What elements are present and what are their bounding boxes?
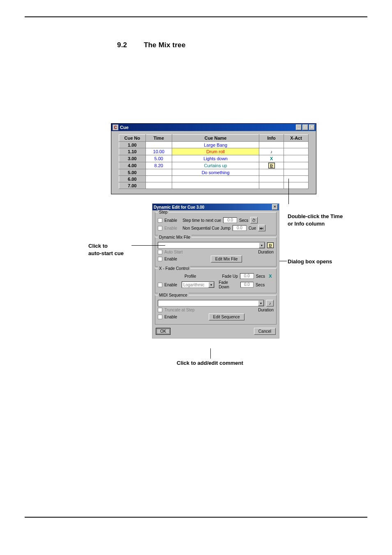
table-row[interactable]: 7.00 bbox=[119, 182, 309, 189]
cell-cue-name[interactable]: Large Bang bbox=[172, 142, 259, 148]
midi-enable-label: Enable bbox=[164, 315, 177, 319]
xfade-legend: X - Fade Control bbox=[158, 266, 190, 271]
cue-jump-icon[interactable]: ⏭ bbox=[258, 225, 265, 231]
cell-cue-no[interactable]: 1.00 bbox=[119, 142, 146, 148]
cell-time[interactable] bbox=[145, 182, 172, 189]
autostart-checkbox[interactable] bbox=[158, 250, 162, 254]
clock-icon[interactable]: ⏱ bbox=[250, 217, 258, 223]
cell-xact[interactable] bbox=[284, 148, 309, 155]
edit-mixfile-button[interactable]: Edit Mix File bbox=[211, 256, 242, 263]
table-row[interactable]: 1.1010.00Drum roll♪ bbox=[119, 148, 309, 155]
dialog-title-text: Dynamic Edit for Cue 3.00 bbox=[154, 205, 204, 210]
cell-info[interactable] bbox=[259, 142, 284, 148]
midi-combo[interactable]: ▾ bbox=[158, 300, 264, 306]
cell-cue-name[interactable] bbox=[172, 176, 259, 182]
minimize-button[interactable]: _ bbox=[296, 124, 302, 130]
cell-cue-no[interactable]: 5.00 bbox=[119, 169, 146, 176]
cell-cue-no[interactable]: 1.10 bbox=[119, 148, 146, 155]
cell-cue-name[interactable] bbox=[172, 182, 259, 189]
table-row[interactable]: 4.008.20Curtains upD bbox=[119, 162, 309, 169]
col-xact[interactable]: X-Act bbox=[284, 135, 309, 142]
callout-comment: Click to add/edit comment bbox=[177, 359, 243, 367]
fadeup-units: Secs bbox=[256, 274, 265, 279]
jump-enable-checkbox[interactable] bbox=[158, 226, 162, 230]
step-enable-checkbox[interactable] bbox=[158, 218, 162, 223]
fadedown-field[interactable]: 0.0 bbox=[240, 282, 254, 288]
callout-autostart: Click toauto-start cue bbox=[88, 242, 124, 257]
xfade-group: X - Fade Control Profile Fade Up 0.0 Sec… bbox=[155, 268, 277, 293]
xfade-enable-checkbox[interactable] bbox=[158, 283, 162, 287]
section-title: The Mix tree bbox=[144, 41, 186, 49]
jump-field[interactable]: 0.0 bbox=[233, 225, 247, 231]
cue-table[interactable]: Cue No Time Cue Name Info X-Act 1.00Larg… bbox=[119, 134, 309, 189]
close-button[interactable]: × bbox=[309, 124, 315, 130]
dialog-titlebar[interactable]: Dynamic Edit for Cue 3.00 × bbox=[152, 204, 279, 210]
midi-legend: MIDI Sequence bbox=[158, 293, 189, 297]
cell-time[interactable] bbox=[145, 169, 172, 176]
col-cue-no[interactable]: Cue No bbox=[119, 135, 146, 142]
cell-xact[interactable] bbox=[284, 169, 309, 176]
jump-units: Cue bbox=[249, 226, 256, 230]
step-enable-label: Enable bbox=[164, 218, 177, 223]
cell-xact[interactable] bbox=[284, 142, 309, 148]
cell-cue-no[interactable]: 6.00 bbox=[119, 176, 146, 182]
cell-cue-no[interactable]: 3.00 bbox=[119, 155, 146, 162]
col-cue-name[interactable]: Cue Name bbox=[172, 135, 259, 142]
cell-time[interactable]: 10.00 bbox=[145, 148, 172, 155]
mixfile-combo[interactable]: ▾ bbox=[158, 242, 265, 249]
leader-line bbox=[131, 245, 165, 246]
edit-sequence-button[interactable]: Edit Sequence bbox=[209, 313, 244, 320]
music-note-icon[interactable]: ♪ bbox=[266, 300, 274, 306]
cell-cue-name[interactable]: Lights down bbox=[172, 155, 259, 162]
chevron-down-icon: ▾ bbox=[208, 282, 214, 288]
col-time[interactable]: Time bbox=[145, 135, 172, 142]
cell-info[interactable] bbox=[259, 176, 284, 182]
cell-cue-no[interactable]: 7.00 bbox=[119, 182, 146, 189]
cue-titlebar[interactable]: C Cue _ □ × bbox=[111, 124, 316, 131]
cancel-button[interactable]: Cancel bbox=[254, 328, 276, 335]
maximize-button[interactable]: □ bbox=[302, 124, 308, 130]
truncate-checkbox[interactable] bbox=[158, 308, 162, 312]
ok-button[interactable]: OK bbox=[156, 328, 171, 335]
cell-xact[interactable] bbox=[284, 182, 309, 189]
mixfile-d-icon[interactable]: D bbox=[267, 242, 274, 248]
mixfile-duration-label: Duration bbox=[258, 250, 274, 254]
cell-time[interactable] bbox=[145, 142, 172, 148]
table-row[interactable]: 6.00 bbox=[119, 176, 309, 182]
col-info[interactable]: Info bbox=[259, 135, 284, 142]
cell-cue-name[interactable]: Drum roll bbox=[172, 148, 259, 155]
cue-window-title: Cue bbox=[120, 125, 296, 130]
table-row[interactable]: 3.005.00Lights downX bbox=[119, 155, 309, 162]
cell-info[interactable]: ♪ bbox=[259, 148, 284, 155]
xfade-x-icon[interactable]: X bbox=[267, 273, 274, 279]
cell-xact[interactable] bbox=[284, 155, 309, 162]
table-row[interactable]: 5.00Do something bbox=[119, 169, 309, 176]
cell-info[interactable]: X bbox=[259, 155, 284, 162]
cell-info[interactable]: D bbox=[259, 162, 284, 169]
leader-line bbox=[279, 261, 287, 261]
dialog-close-button[interactable]: × bbox=[272, 204, 278, 210]
fadeup-label: Fade Up bbox=[222, 274, 238, 279]
dynamic-edit-dialog[interactable]: Dynamic Edit for Cue 3.00 × Step Enable … bbox=[152, 203, 279, 339]
step-group: Step Enable Step time to next cue 0.0 Se… bbox=[155, 212, 277, 235]
fadeup-field[interactable]: 0.0 bbox=[240, 273, 254, 279]
profile-combo[interactable]: Logarithmic ▾ bbox=[182, 281, 214, 288]
cell-xact[interactable] bbox=[284, 176, 309, 182]
mixfile-d-icon: D bbox=[268, 163, 275, 168]
cell-time[interactable] bbox=[145, 176, 172, 182]
profile-value: Logarithmic bbox=[182, 283, 206, 287]
cue-app-icon: C bbox=[113, 124, 118, 130]
cell-info[interactable] bbox=[259, 169, 284, 176]
step-time-field[interactable]: 0.0 bbox=[223, 217, 237, 223]
cell-cue-name[interactable]: Do something bbox=[172, 169, 259, 176]
midi-enable-checkbox[interactable] bbox=[158, 315, 162, 319]
cell-time[interactable]: 8.20 bbox=[145, 162, 172, 169]
cell-time[interactable]: 5.00 bbox=[145, 155, 172, 162]
cell-xact[interactable] bbox=[284, 162, 309, 169]
cell-cue-name[interactable]: Curtains up bbox=[172, 162, 259, 169]
table-row[interactable]: 1.00Large Bang bbox=[119, 142, 309, 148]
cell-cue-no[interactable]: 4.00 bbox=[119, 162, 146, 169]
fadedown-units: Secs bbox=[256, 283, 265, 287]
mixfile-enable-checkbox[interactable] bbox=[158, 257, 162, 261]
cell-info[interactable] bbox=[259, 182, 284, 189]
